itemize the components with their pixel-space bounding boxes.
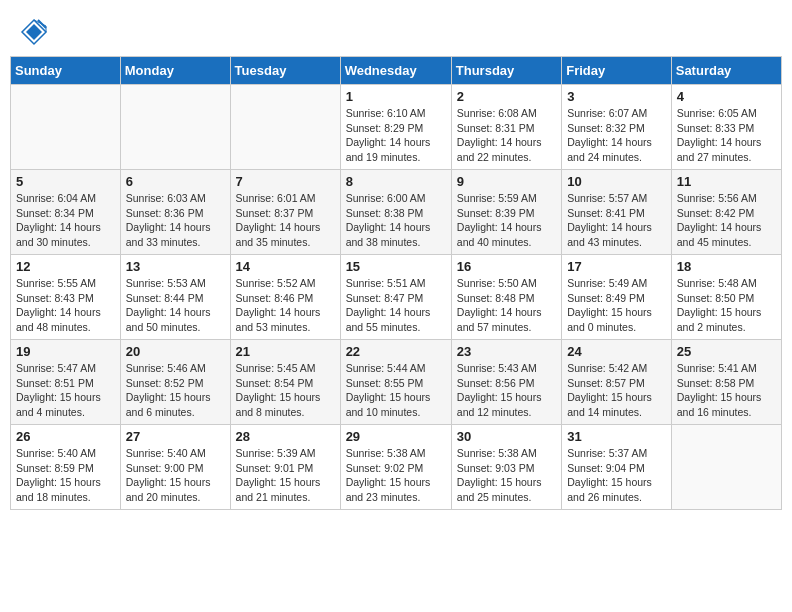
- calendar-cell: 13Sunrise: 5:53 AM Sunset: 8:44 PM Dayli…: [120, 255, 230, 340]
- calendar-cell: 3Sunrise: 6:07 AM Sunset: 8:32 PM Daylig…: [562, 85, 672, 170]
- week-row-3: 12Sunrise: 5:55 AM Sunset: 8:43 PM Dayli…: [11, 255, 782, 340]
- day-info: Sunrise: 5:56 AM Sunset: 8:42 PM Dayligh…: [677, 191, 776, 250]
- day-info: Sunrise: 5:43 AM Sunset: 8:56 PM Dayligh…: [457, 361, 556, 420]
- day-number: 29: [346, 429, 446, 444]
- calendar-cell: 11Sunrise: 5:56 AM Sunset: 8:42 PM Dayli…: [671, 170, 781, 255]
- calendar-cell: 4Sunrise: 6:05 AM Sunset: 8:33 PM Daylig…: [671, 85, 781, 170]
- logo-icon: [20, 18, 48, 46]
- calendar-cell: 30Sunrise: 5:38 AM Sunset: 9:03 PM Dayli…: [451, 425, 561, 510]
- day-header-tuesday: Tuesday: [230, 57, 340, 85]
- day-info: Sunrise: 5:40 AM Sunset: 8:59 PM Dayligh…: [16, 446, 115, 505]
- calendar-cell: 29Sunrise: 5:38 AM Sunset: 9:02 PM Dayli…: [340, 425, 451, 510]
- calendar-cell: 23Sunrise: 5:43 AM Sunset: 8:56 PM Dayli…: [451, 340, 561, 425]
- calendar-cell: 19Sunrise: 5:47 AM Sunset: 8:51 PM Dayli…: [11, 340, 121, 425]
- day-number: 27: [126, 429, 225, 444]
- day-info: Sunrise: 5:52 AM Sunset: 8:46 PM Dayligh…: [236, 276, 335, 335]
- day-number: 23: [457, 344, 556, 359]
- logo: [20, 18, 50, 46]
- day-info: Sunrise: 5:57 AM Sunset: 8:41 PM Dayligh…: [567, 191, 666, 250]
- calendar-cell: 27Sunrise: 5:40 AM Sunset: 9:00 PM Dayli…: [120, 425, 230, 510]
- day-number: 7: [236, 174, 335, 189]
- day-info: Sunrise: 5:38 AM Sunset: 9:03 PM Dayligh…: [457, 446, 556, 505]
- calendar-cell: 12Sunrise: 5:55 AM Sunset: 8:43 PM Dayli…: [11, 255, 121, 340]
- day-info: Sunrise: 5:39 AM Sunset: 9:01 PM Dayligh…: [236, 446, 335, 505]
- day-header-wednesday: Wednesday: [340, 57, 451, 85]
- day-number: 22: [346, 344, 446, 359]
- day-info: Sunrise: 5:40 AM Sunset: 9:00 PM Dayligh…: [126, 446, 225, 505]
- day-info: Sunrise: 5:48 AM Sunset: 8:50 PM Dayligh…: [677, 276, 776, 335]
- day-info: Sunrise: 5:42 AM Sunset: 8:57 PM Dayligh…: [567, 361, 666, 420]
- day-number: 2: [457, 89, 556, 104]
- day-number: 28: [236, 429, 335, 444]
- day-number: 9: [457, 174, 556, 189]
- calendar-cell: 28Sunrise: 5:39 AM Sunset: 9:01 PM Dayli…: [230, 425, 340, 510]
- day-number: 26: [16, 429, 115, 444]
- day-number: 16: [457, 259, 556, 274]
- day-number: 8: [346, 174, 446, 189]
- day-info: Sunrise: 6:10 AM Sunset: 8:29 PM Dayligh…: [346, 106, 446, 165]
- day-number: 10: [567, 174, 666, 189]
- calendar-cell: 5Sunrise: 6:04 AM Sunset: 8:34 PM Daylig…: [11, 170, 121, 255]
- day-info: Sunrise: 6:08 AM Sunset: 8:31 PM Dayligh…: [457, 106, 556, 165]
- day-info: Sunrise: 6:05 AM Sunset: 8:33 PM Dayligh…: [677, 106, 776, 165]
- day-info: Sunrise: 6:01 AM Sunset: 8:37 PM Dayligh…: [236, 191, 335, 250]
- calendar-cell: 2Sunrise: 6:08 AM Sunset: 8:31 PM Daylig…: [451, 85, 561, 170]
- day-number: 5: [16, 174, 115, 189]
- day-info: Sunrise: 6:07 AM Sunset: 8:32 PM Dayligh…: [567, 106, 666, 165]
- day-header-monday: Monday: [120, 57, 230, 85]
- day-info: Sunrise: 5:44 AM Sunset: 8:55 PM Dayligh…: [346, 361, 446, 420]
- day-header-friday: Friday: [562, 57, 672, 85]
- calendar-cell: [120, 85, 230, 170]
- day-info: Sunrise: 5:59 AM Sunset: 8:39 PM Dayligh…: [457, 191, 556, 250]
- day-number: 18: [677, 259, 776, 274]
- day-info: Sunrise: 5:49 AM Sunset: 8:49 PM Dayligh…: [567, 276, 666, 335]
- day-number: 21: [236, 344, 335, 359]
- calendar-cell: 17Sunrise: 5:49 AM Sunset: 8:49 PM Dayli…: [562, 255, 672, 340]
- calendar-cell: 26Sunrise: 5:40 AM Sunset: 8:59 PM Dayli…: [11, 425, 121, 510]
- day-header-saturday: Saturday: [671, 57, 781, 85]
- calendar-cell: 10Sunrise: 5:57 AM Sunset: 8:41 PM Dayli…: [562, 170, 672, 255]
- calendar-cell: 16Sunrise: 5:50 AM Sunset: 8:48 PM Dayli…: [451, 255, 561, 340]
- day-number: 20: [126, 344, 225, 359]
- day-number: 13: [126, 259, 225, 274]
- week-row-5: 26Sunrise: 5:40 AM Sunset: 8:59 PM Dayli…: [11, 425, 782, 510]
- day-number: 1: [346, 89, 446, 104]
- calendar-cell: [230, 85, 340, 170]
- day-info: Sunrise: 6:04 AM Sunset: 8:34 PM Dayligh…: [16, 191, 115, 250]
- day-number: 17: [567, 259, 666, 274]
- week-row-1: 1Sunrise: 6:10 AM Sunset: 8:29 PM Daylig…: [11, 85, 782, 170]
- calendar-cell: 20Sunrise: 5:46 AM Sunset: 8:52 PM Dayli…: [120, 340, 230, 425]
- calendar-cell: 31Sunrise: 5:37 AM Sunset: 9:04 PM Dayli…: [562, 425, 672, 510]
- day-number: 15: [346, 259, 446, 274]
- calendar-cell: 15Sunrise: 5:51 AM Sunset: 8:47 PM Dayli…: [340, 255, 451, 340]
- calendar-cell: [11, 85, 121, 170]
- calendar-cell: 22Sunrise: 5:44 AM Sunset: 8:55 PM Dayli…: [340, 340, 451, 425]
- calendar-cell: 21Sunrise: 5:45 AM Sunset: 8:54 PM Dayli…: [230, 340, 340, 425]
- day-number: 25: [677, 344, 776, 359]
- day-number: 19: [16, 344, 115, 359]
- day-number: 6: [126, 174, 225, 189]
- calendar-cell: 1Sunrise: 6:10 AM Sunset: 8:29 PM Daylig…: [340, 85, 451, 170]
- page-header: [10, 10, 782, 50]
- day-info: Sunrise: 5:50 AM Sunset: 8:48 PM Dayligh…: [457, 276, 556, 335]
- day-number: 14: [236, 259, 335, 274]
- calendar-cell: 7Sunrise: 6:01 AM Sunset: 8:37 PM Daylig…: [230, 170, 340, 255]
- day-info: Sunrise: 5:51 AM Sunset: 8:47 PM Dayligh…: [346, 276, 446, 335]
- calendar-cell: 25Sunrise: 5:41 AM Sunset: 8:58 PM Dayli…: [671, 340, 781, 425]
- calendar-cell: 6Sunrise: 6:03 AM Sunset: 8:36 PM Daylig…: [120, 170, 230, 255]
- calendar-cell: 18Sunrise: 5:48 AM Sunset: 8:50 PM Dayli…: [671, 255, 781, 340]
- day-number: 11: [677, 174, 776, 189]
- calendar-cell: [671, 425, 781, 510]
- day-info: Sunrise: 5:41 AM Sunset: 8:58 PM Dayligh…: [677, 361, 776, 420]
- day-info: Sunrise: 5:47 AM Sunset: 8:51 PM Dayligh…: [16, 361, 115, 420]
- calendar-cell: 8Sunrise: 6:00 AM Sunset: 8:38 PM Daylig…: [340, 170, 451, 255]
- day-info: Sunrise: 5:53 AM Sunset: 8:44 PM Dayligh…: [126, 276, 225, 335]
- day-number: 12: [16, 259, 115, 274]
- day-info: Sunrise: 5:45 AM Sunset: 8:54 PM Dayligh…: [236, 361, 335, 420]
- day-info: Sunrise: 5:46 AM Sunset: 8:52 PM Dayligh…: [126, 361, 225, 420]
- day-number: 24: [567, 344, 666, 359]
- week-row-4: 19Sunrise: 5:47 AM Sunset: 8:51 PM Dayli…: [11, 340, 782, 425]
- day-header-sunday: Sunday: [11, 57, 121, 85]
- calendar-cell: 24Sunrise: 5:42 AM Sunset: 8:57 PM Dayli…: [562, 340, 672, 425]
- day-info: Sunrise: 5:55 AM Sunset: 8:43 PM Dayligh…: [16, 276, 115, 335]
